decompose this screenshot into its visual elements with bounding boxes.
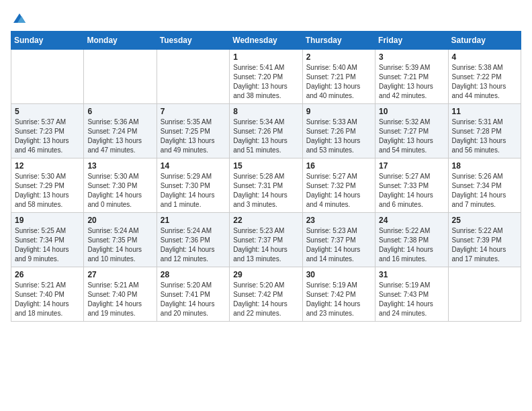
calendar-cell: 15Sunrise: 5:28 AMSunset: 7:31 PMDayligh… (230, 158, 302, 213)
day-header-wednesday: Wednesday (230, 32, 302, 50)
day-info: Sunrise: 5:19 AMSunset: 7:43 PMDaylight:… (379, 281, 444, 318)
day-number: 24 (379, 216, 444, 225)
calendar-week-row: 19Sunrise: 5:25 AMSunset: 7:34 PMDayligh… (11, 213, 521, 267)
day-info: Sunrise: 5:38 AMSunset: 7:22 PMDaylight:… (452, 63, 517, 101)
calendar-cell (84, 50, 157, 104)
calendar-cell: 13Sunrise: 5:30 AMSunset: 7:30 PMDayligh… (84, 158, 157, 213)
calendar-cell: 30Sunrise: 5:19 AMSunset: 7:42 PMDayligh… (302, 267, 375, 322)
day-number: 11 (452, 107, 517, 116)
day-number: 7 (161, 107, 226, 116)
day-number: 12 (15, 161, 80, 171)
day-info: Sunrise: 5:33 AMSunset: 7:26 PMDaylight:… (306, 118, 371, 155)
day-number: 5 (15, 107, 80, 116)
calendar-cell: 4Sunrise: 5:38 AMSunset: 7:22 PMDaylight… (448, 50, 521, 104)
day-number: 13 (87, 161, 152, 171)
day-number: 30 (306, 270, 371, 279)
day-header-tuesday: Tuesday (157, 32, 229, 50)
day-info: Sunrise: 5:22 AMSunset: 7:39 PMDaylight:… (452, 226, 517, 264)
day-info: Sunrise: 5:36 AMSunset: 7:24 PMDaylight:… (87, 118, 152, 155)
day-number: 20 (87, 216, 152, 225)
day-number: 31 (379, 270, 444, 279)
day-number: 21 (161, 216, 226, 225)
calendar-week-row: 5Sunrise: 5:37 AMSunset: 7:23 PMDaylight… (11, 104, 521, 158)
day-info: Sunrise: 5:22 AMSunset: 7:38 PMDaylight:… (379, 226, 444, 264)
day-number: 23 (306, 216, 371, 225)
calendar-cell: 8Sunrise: 5:34 AMSunset: 7:26 PMDaylight… (230, 104, 302, 158)
calendar-cell (157, 50, 229, 104)
calendar-cell: 21Sunrise: 5:24 AMSunset: 7:36 PMDayligh… (157, 213, 229, 267)
calendar-week-row: 1Sunrise: 5:41 AMSunset: 7:20 PMDaylight… (11, 50, 521, 104)
calendar-cell: 26Sunrise: 5:21 AMSunset: 7:40 PMDayligh… (11, 267, 84, 322)
calendar-cell: 7Sunrise: 5:35 AMSunset: 7:25 PMDaylight… (157, 104, 229, 158)
day-number: 16 (306, 161, 371, 171)
day-info: Sunrise: 5:19 AMSunset: 7:42 PMDaylight:… (306, 281, 371, 318)
calendar-cell: 29Sunrise: 5:20 AMSunset: 7:42 PMDayligh… (230, 267, 302, 322)
day-info: Sunrise: 5:32 AMSunset: 7:27 PMDaylight:… (379, 118, 444, 155)
day-info: Sunrise: 5:24 AMSunset: 7:36 PMDaylight:… (161, 226, 226, 264)
day-header-thursday: Thursday (302, 32, 375, 50)
calendar-cell: 3Sunrise: 5:39 AMSunset: 7:21 PMDaylight… (375, 50, 448, 104)
calendar-cell: 18Sunrise: 5:26 AMSunset: 7:34 PMDayligh… (448, 158, 521, 213)
day-info: Sunrise: 5:23 AMSunset: 7:37 PMDaylight:… (306, 226, 371, 264)
calendar-table: SundayMondayTuesdayWednesdayThursdayFrid… (11, 31, 521, 322)
day-info: Sunrise: 5:25 AMSunset: 7:34 PMDaylight:… (15, 226, 80, 264)
day-number: 29 (233, 270, 298, 279)
day-info: Sunrise: 5:30 AMSunset: 7:29 PMDaylight:… (15, 172, 80, 210)
calendar-cell: 31Sunrise: 5:19 AMSunset: 7:43 PMDayligh… (375, 267, 448, 322)
logo-icon (12, 11, 27, 26)
day-number: 14 (161, 161, 226, 171)
day-number: 22 (233, 216, 298, 225)
day-number: 1 (233, 52, 298, 62)
calendar-cell: 22Sunrise: 5:23 AMSunset: 7:37 PMDayligh… (230, 213, 302, 267)
calendar-cell: 2Sunrise: 5:40 AMSunset: 7:21 PMDaylight… (302, 50, 375, 104)
calendar-cell: 23Sunrise: 5:23 AMSunset: 7:37 PMDayligh… (302, 213, 375, 267)
calendar-cell: 24Sunrise: 5:22 AMSunset: 7:38 PMDayligh… (375, 213, 448, 267)
calendar-cell: 16Sunrise: 5:27 AMSunset: 7:32 PMDayligh… (302, 158, 375, 213)
day-info: Sunrise: 5:27 AMSunset: 7:32 PMDaylight:… (306, 172, 371, 210)
logo (11, 11, 27, 23)
calendar-cell: 1Sunrise: 5:41 AMSunset: 7:20 PMDaylight… (230, 50, 302, 104)
calendar-cell: 10Sunrise: 5:32 AMSunset: 7:27 PMDayligh… (375, 104, 448, 158)
calendar-cell: 20Sunrise: 5:24 AMSunset: 7:35 PMDayligh… (84, 213, 157, 267)
day-number: 8 (233, 107, 298, 116)
day-info: Sunrise: 5:21 AMSunset: 7:40 PMDaylight:… (87, 281, 152, 318)
day-info: Sunrise: 5:21 AMSunset: 7:40 PMDaylight:… (15, 281, 80, 318)
day-info: Sunrise: 5:31 AMSunset: 7:28 PMDaylight:… (452, 118, 517, 155)
day-header-monday: Monday (84, 32, 157, 50)
calendar-cell: 19Sunrise: 5:25 AMSunset: 7:34 PMDayligh… (11, 213, 84, 267)
day-info: Sunrise: 5:29 AMSunset: 7:30 PMDaylight:… (161, 172, 226, 210)
day-number: 2 (306, 52, 371, 62)
calendar-cell: 6Sunrise: 5:36 AMSunset: 7:24 PMDaylight… (84, 104, 157, 158)
day-info: Sunrise: 5:39 AMSunset: 7:21 PMDaylight:… (379, 63, 444, 101)
day-number: 18 (452, 161, 517, 171)
day-number: 26 (15, 270, 80, 279)
day-info: Sunrise: 5:23 AMSunset: 7:37 PMDaylight:… (233, 226, 298, 264)
calendar-cell: 28Sunrise: 5:20 AMSunset: 7:41 PMDayligh… (157, 267, 229, 322)
calendar-cell: 17Sunrise: 5:27 AMSunset: 7:33 PMDayligh… (375, 158, 448, 213)
calendar-cell (11, 50, 84, 104)
day-number: 19 (15, 216, 80, 225)
day-number: 10 (379, 107, 444, 116)
calendar-cell: 14Sunrise: 5:29 AMSunset: 7:30 PMDayligh… (157, 158, 229, 213)
day-number: 4 (452, 52, 517, 62)
calendar-header-row: SundayMondayTuesdayWednesdayThursdayFrid… (11, 32, 521, 50)
page-header (11, 11, 521, 23)
calendar-cell: 9Sunrise: 5:33 AMSunset: 7:26 PMDaylight… (302, 104, 375, 158)
day-info: Sunrise: 5:26 AMSunset: 7:34 PMDaylight:… (452, 172, 517, 210)
day-number: 9 (306, 107, 371, 116)
calendar-cell (448, 267, 521, 322)
calendar-week-row: 26Sunrise: 5:21 AMSunset: 7:40 PMDayligh… (11, 267, 521, 322)
calendar-cell: 25Sunrise: 5:22 AMSunset: 7:39 PMDayligh… (448, 213, 521, 267)
day-info: Sunrise: 5:37 AMSunset: 7:23 PMDaylight:… (15, 118, 80, 155)
calendar-week-row: 12Sunrise: 5:30 AMSunset: 7:29 PMDayligh… (11, 158, 521, 213)
day-number: 27 (87, 270, 152, 279)
day-info: Sunrise: 5:30 AMSunset: 7:30 PMDaylight:… (87, 172, 152, 210)
calendar-cell: 11Sunrise: 5:31 AMSunset: 7:28 PMDayligh… (448, 104, 521, 158)
calendar-cell: 27Sunrise: 5:21 AMSunset: 7:40 PMDayligh… (84, 267, 157, 322)
day-number: 17 (379, 161, 444, 171)
calendar-cell: 12Sunrise: 5:30 AMSunset: 7:29 PMDayligh… (11, 158, 84, 213)
day-number: 3 (379, 52, 444, 62)
day-info: Sunrise: 5:34 AMSunset: 7:26 PMDaylight:… (233, 118, 298, 155)
day-info: Sunrise: 5:20 AMSunset: 7:41 PMDaylight:… (161, 281, 226, 318)
day-number: 25 (452, 216, 517, 225)
